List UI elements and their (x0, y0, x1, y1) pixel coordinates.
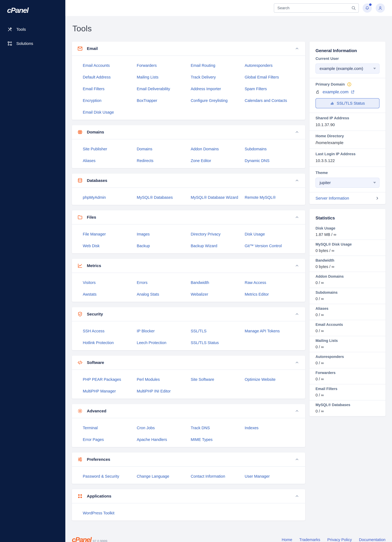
tool-link[interactable]: Images (137, 232, 191, 236)
tool-link[interactable]: User Manager (245, 474, 299, 479)
tool-link[interactable]: BoxTrapper (137, 98, 191, 103)
current-user-select[interactable]: example (example.com) (316, 64, 380, 74)
tool-link[interactable]: Redirects (137, 158, 191, 163)
collapse-section-button[interactable] (294, 408, 300, 414)
collapse-section-button[interactable] (294, 46, 300, 51)
tool-link[interactable]: WordPress Toolkit (83, 511, 137, 515)
primary-domain-link[interactable]: example.com (323, 89, 355, 94)
footer-link-home[interactable]: Home (282, 537, 292, 542)
search-input[interactable] (274, 3, 359, 13)
collapse-section-button[interactable] (294, 215, 300, 220)
tool-link[interactable]: Domains (137, 147, 191, 151)
tool-link[interactable]: Change Language (137, 474, 191, 479)
collapse-section-button[interactable] (294, 360, 300, 365)
tool-link[interactable]: IP Blocker (137, 329, 191, 333)
tool-link[interactable]: Webalizer (191, 292, 245, 297)
tool-link[interactable]: Bandwidth (191, 280, 245, 285)
server-information-link[interactable]: Server Information (310, 192, 386, 204)
tool-link[interactable]: Analog Stats (137, 292, 191, 297)
tool-link[interactable]: Git™ Version Control (245, 244, 299, 248)
tool-link[interactable]: MIME Types (191, 437, 245, 442)
footer-link-documentation[interactable]: Documentation (359, 537, 386, 542)
tool-link[interactable]: PHP PEAR Packages (83, 377, 137, 382)
tool-link[interactable]: Global Email Filters (245, 75, 299, 79)
ssl-tls-status-button[interactable]: SSL/TLS Status (316, 98, 380, 108)
tool-link[interactable]: Spam Filters (245, 87, 299, 91)
tool-link[interactable]: Email Disk Usage (83, 110, 137, 114)
notifications-button[interactable] (363, 3, 372, 13)
tool-link[interactable]: Remote MySQL® (245, 195, 299, 200)
tool-link[interactable]: Forwarders (137, 63, 191, 68)
sidebar-item-solutions[interactable]: Solutions (0, 37, 65, 51)
tool-link[interactable]: Subdomains (245, 147, 299, 151)
tool-link[interactable]: Terminal (83, 426, 137, 430)
tool-link[interactable]: Encryption (83, 98, 137, 103)
tool-link[interactable]: phpMyAdmin (83, 195, 137, 200)
account-button[interactable] (376, 3, 385, 13)
tool-link[interactable]: SSL/TLS (191, 329, 245, 333)
tool-link[interactable]: Mailing Lists (137, 75, 191, 79)
footer-link-privacy-policy[interactable]: Privacy Policy (327, 537, 352, 542)
tool-link[interactable]: Aliases (83, 158, 137, 163)
tool-link[interactable]: File Manager (83, 232, 137, 236)
cpanel-logo[interactable]: cPanel (0, 0, 65, 15)
tool-link[interactable]: Perl Modules (137, 377, 191, 382)
tool-link[interactable]: Raw Access (245, 280, 299, 285)
tool-link[interactable]: Metrics Editor (245, 292, 299, 297)
stat-row: Forwarders0 / ∞ (310, 368, 386, 384)
collapse-section-button[interactable] (294, 263, 300, 268)
collapse-section-button[interactable] (294, 457, 300, 462)
tool-link[interactable]: Track Delivery (191, 75, 245, 79)
tool-link[interactable]: Default Address (83, 75, 137, 79)
tool-link[interactable]: Backup Wizard (191, 244, 245, 248)
tool-link[interactable]: SSL/TLS Status (191, 341, 245, 345)
tool-link[interactable]: Visitors (83, 280, 137, 285)
tool-link[interactable]: Indexes (245, 426, 299, 430)
tool-link[interactable]: MultiPHP INI Editor (137, 389, 191, 393)
stat-value: 0 / ∞ (316, 393, 380, 397)
tool-link[interactable]: SSH Access (83, 329, 137, 333)
collapse-section-button[interactable] (294, 311, 300, 317)
tool-link[interactable]: Hotlink Protection (83, 341, 137, 345)
tool-link[interactable]: Configure Greylisting (191, 98, 245, 103)
tool-link[interactable]: Apache Handlers (137, 437, 191, 442)
collapse-section-button[interactable] (294, 129, 300, 135)
tool-link[interactable]: Web Disk (83, 244, 137, 248)
tool-link[interactable]: Calendars and Contacts (245, 98, 299, 103)
tool-link[interactable]: Email Accounts (83, 63, 137, 68)
tool-link[interactable]: Backup (137, 244, 191, 248)
footer-link-trademarks[interactable]: Trademarks (299, 537, 320, 542)
tool-link[interactable]: Email Routing (191, 63, 245, 68)
tool-link[interactable]: Error Pages (83, 437, 137, 442)
tool-link[interactable]: Track DNS (191, 426, 245, 430)
tool-link[interactable]: Email Deliverability (137, 87, 191, 91)
tool-link[interactable]: MySQL® Database Wizard (191, 195, 245, 200)
tool-link[interactable]: Autoresponders (245, 63, 299, 68)
warning-icon[interactable] (347, 82, 352, 87)
tool-link[interactable]: Zone Editor (191, 158, 245, 163)
tool-link[interactable]: Dynamic DNS (245, 158, 299, 163)
tool-link[interactable]: Site Publisher (83, 147, 137, 151)
tool-link[interactable]: Optimize Website (245, 377, 299, 382)
tool-link[interactable]: Manage API Tokens (245, 329, 299, 333)
tool-link[interactable]: Awstats (83, 292, 137, 297)
collapse-section-button[interactable] (294, 493, 300, 499)
tool-link[interactable]: MySQL® Databases (137, 195, 191, 200)
collapse-section-button[interactable] (294, 178, 300, 183)
section-title: Applications (87, 494, 290, 499)
code-icon (77, 360, 83, 365)
tool-link[interactable]: Password & Security (83, 474, 137, 479)
tool-link[interactable]: Disk Usage (245, 232, 299, 236)
theme-select[interactable]: jupiter (316, 178, 380, 188)
tool-link[interactable]: Directory Privacy (191, 232, 245, 236)
sidebar-item-tools[interactable]: Tools (0, 22, 65, 37)
tool-link[interactable]: MultiPHP Manager (83, 389, 137, 393)
tool-link[interactable]: Site Software (191, 377, 245, 382)
tool-link[interactable]: Contact Information (191, 474, 245, 479)
tool-link[interactable]: Cron Jobs (137, 426, 191, 430)
tool-link[interactable]: Address Importer (191, 87, 245, 91)
tool-link[interactable]: Leech Protection (137, 341, 191, 345)
tool-link[interactable]: Addon Domains (191, 147, 245, 151)
tool-link[interactable]: Errors (137, 280, 191, 285)
tool-link[interactable]: Email Filters (83, 87, 137, 91)
